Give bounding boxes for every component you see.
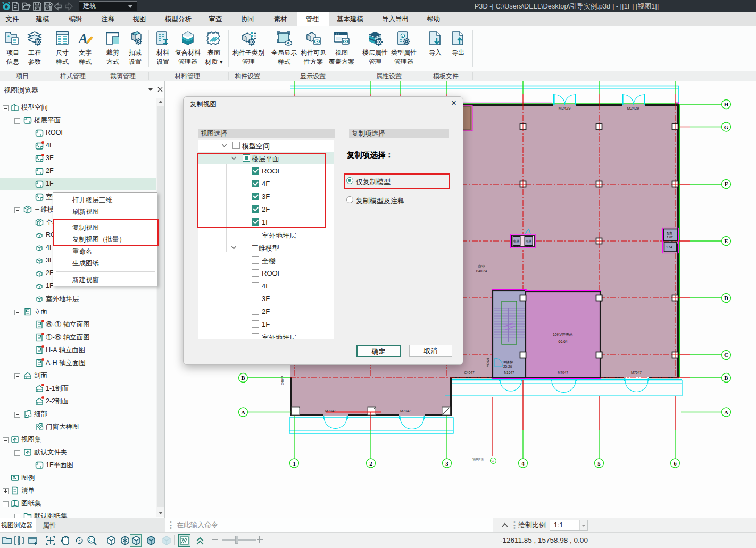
svg-text:6: 6 [674,460,677,467]
svg-text:轴网2齿: 轴网2齿 [472,458,484,461]
svg-text:10KV开关站: 10KV开关站 [553,332,573,337]
svg-text:1.64: 1.64 [666,246,672,249]
svg-text:66.64: 66.64 [558,339,568,343]
svg-text:1.67: 1.67 [667,236,673,239]
svg-text:M0921: M0921 [486,357,489,367]
svg-text:配电: 配电 [667,231,673,235]
svg-text:B: B [724,375,728,381]
svg-text:C4047: C4047 [464,371,475,375]
svg-text:C: C [724,352,728,358]
svg-text:M2429: M2429 [559,106,571,111]
svg-text:¼: ¼ [491,459,494,463]
svg-text:G: G [724,124,729,130]
svg-text:M7047: M7047 [400,409,411,413]
svg-text:B48.24: B48.24 [476,269,487,273]
svg-text:M7047: M7047 [325,409,336,413]
svg-text:商业: 商业 [478,264,486,268]
svg-text:F: F [725,181,728,187]
svg-text:2: 2 [369,460,372,467]
svg-text:A: A [724,409,728,416]
svg-text:3.90: 3.90 [526,244,532,247]
svg-text:电梯: 电梯 [513,239,520,243]
svg-text:25.26: 25.26 [503,364,512,368]
svg-text:A: A [78,31,88,46]
svg-text:1: 1 [293,460,296,467]
svg-text:5: 5 [597,460,601,467]
svg-text:A: A [241,409,245,416]
svg-text:M2429: M2429 [627,106,639,111]
svg-text:D: D [724,295,728,301]
svg-text:4: 4 [521,460,525,467]
svg-text:C4047: C4047 [281,376,284,385]
svg-text:1#楼梯: 1#楼梯 [502,360,513,364]
svg-text:N1647: N1647 [504,371,514,375]
svg-text:电梯: 电梯 [526,239,532,243]
svg-text:M7047: M7047 [558,371,568,375]
svg-text:B: B [241,375,245,381]
svg-text:3.54: 3.54 [514,244,520,247]
svg-text:E: E [724,238,728,244]
svg-text:3: 3 [445,460,448,467]
svg-text:M7047: M7047 [631,371,642,375]
svg-text:H: H [724,101,729,107]
